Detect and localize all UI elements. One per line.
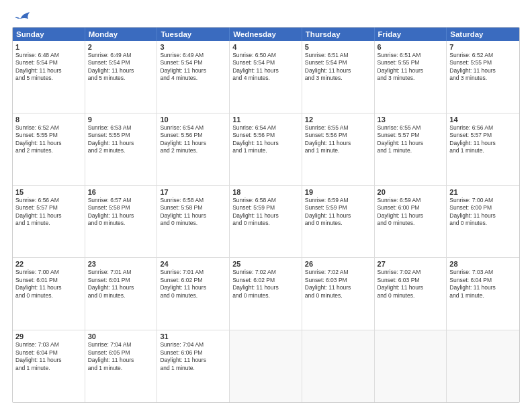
day-number: 8 bbox=[15, 116, 82, 124]
day-cell-26: 26Sunrise: 7:02 AMSunset: 6:03 PMDayligh… bbox=[302, 258, 375, 330]
day-info: Sunrise: 7:01 AMSunset: 6:02 PMDaylight:… bbox=[160, 269, 226, 300]
day-info: Sunrise: 7:02 AMSunset: 6:02 PMDaylight:… bbox=[232, 269, 299, 300]
day-number: 21 bbox=[449, 188, 517, 196]
day-info: Sunrise: 6:56 AMSunset: 5:57 PMDaylight:… bbox=[15, 197, 82, 228]
day-info: Sunrise: 7:03 AMSunset: 6:04 PMDaylight:… bbox=[449, 269, 517, 300]
day-info: Sunrise: 6:48 AMSunset: 5:54 PMDaylight:… bbox=[15, 52, 82, 83]
day-number: 10 bbox=[160, 116, 226, 124]
day-info: Sunrise: 6:49 AMSunset: 5:54 PMDaylight:… bbox=[160, 52, 226, 83]
calendar-row-2: 8Sunrise: 6:52 AMSunset: 5:55 PMDaylight… bbox=[13, 113, 519, 185]
day-number: 29 bbox=[15, 332, 82, 340]
day-cell-19: 19Sunrise: 6:59 AMSunset: 5:59 PMDayligh… bbox=[302, 186, 375, 258]
day-number: 20 bbox=[378, 188, 444, 196]
day-cell-15: 15Sunrise: 6:56 AMSunset: 5:57 PMDayligh… bbox=[13, 186, 85, 258]
day-info: Sunrise: 6:55 AMSunset: 5:57 PMDaylight:… bbox=[378, 124, 444, 155]
day-info: Sunrise: 7:01 AMSunset: 6:01 PMDaylight:… bbox=[88, 269, 154, 300]
day-number: 9 bbox=[88, 116, 154, 124]
day-info: Sunrise: 7:00 AMSunset: 6:00 PMDaylight:… bbox=[449, 197, 517, 228]
day-cell-22: 22Sunrise: 7:00 AMSunset: 6:01 PMDayligh… bbox=[13, 258, 85, 330]
day-cell-17: 17Sunrise: 6:58 AMSunset: 5:58 PMDayligh… bbox=[157, 186, 230, 258]
day-cell-5: 5Sunrise: 6:51 AMSunset: 5:54 PMDaylight… bbox=[302, 41, 375, 113]
logo-bird-icon bbox=[15, 12, 30, 24]
weekday-tuesday: Tuesday bbox=[157, 28, 230, 41]
day-cell-25: 25Sunrise: 7:02 AMSunset: 6:02 PMDayligh… bbox=[230, 258, 302, 330]
day-cell-18: 18Sunrise: 6:58 AMSunset: 5:59 PMDayligh… bbox=[230, 186, 302, 258]
day-cell-21: 21Sunrise: 7:00 AMSunset: 6:00 PMDayligh… bbox=[447, 186, 519, 258]
day-number: 18 bbox=[232, 188, 299, 196]
day-number: 3 bbox=[160, 43, 226, 51]
day-cell-24: 24Sunrise: 7:01 AMSunset: 6:02 PMDayligh… bbox=[157, 258, 230, 330]
day-cell-13: 13Sunrise: 6:55 AMSunset: 5:57 PMDayligh… bbox=[375, 113, 447, 185]
day-info: Sunrise: 6:59 AMSunset: 6:00 PMDaylight:… bbox=[378, 197, 444, 228]
day-number: 27 bbox=[378, 260, 444, 268]
weekday-saturday: Saturday bbox=[447, 28, 519, 41]
day-cell-3: 3Sunrise: 6:49 AMSunset: 5:54 PMDaylight… bbox=[157, 41, 230, 113]
day-number: 16 bbox=[88, 188, 154, 196]
day-number: 30 bbox=[88, 332, 154, 340]
day-number: 23 bbox=[88, 260, 154, 268]
day-cell-8: 8Sunrise: 6:52 AMSunset: 5:55 PMDaylight… bbox=[13, 113, 85, 185]
calendar-header: SundayMondayTuesdayWednesdayThursdayFrid… bbox=[13, 28, 519, 41]
day-number: 19 bbox=[305, 188, 371, 196]
calendar-row-4: 22Sunrise: 7:00 AMSunset: 6:01 PMDayligh… bbox=[13, 257, 519, 330]
day-cell-23: 23Sunrise: 7:01 AMSunset: 6:01 PMDayligh… bbox=[85, 258, 158, 330]
day-cell-11: 11Sunrise: 6:54 AMSunset: 5:56 PMDayligh… bbox=[230, 113, 302, 185]
day-cell-9: 9Sunrise: 6:53 AMSunset: 5:55 PMDaylight… bbox=[85, 113, 158, 185]
day-info: Sunrise: 7:02 AMSunset: 6:03 PMDaylight:… bbox=[378, 269, 444, 300]
calendar-page: SundayMondayTuesdayWednesdayThursdayFrid… bbox=[0, 0, 532, 411]
day-info: Sunrise: 7:04 AMSunset: 6:05 PMDaylight:… bbox=[88, 341, 154, 372]
day-cell-7: 7Sunrise: 6:52 AMSunset: 5:55 PMDaylight… bbox=[447, 41, 519, 113]
day-cell-16: 16Sunrise: 6:57 AMSunset: 5:58 PMDayligh… bbox=[85, 186, 158, 258]
day-info: Sunrise: 6:52 AMSunset: 5:55 PMDaylight:… bbox=[15, 124, 82, 155]
day-cell-30: 30Sunrise: 7:04 AMSunset: 6:05 PMDayligh… bbox=[85, 330, 158, 402]
day-cell-6: 6Sunrise: 6:51 AMSunset: 5:55 PMDaylight… bbox=[375, 41, 447, 113]
weekday-friday: Friday bbox=[375, 28, 447, 41]
day-number: 13 bbox=[378, 116, 444, 124]
day-cell-31: 31Sunrise: 7:04 AMSunset: 6:06 PMDayligh… bbox=[157, 330, 230, 402]
header bbox=[12, 12, 520, 21]
day-number: 1 bbox=[15, 43, 82, 51]
day-number: 25 bbox=[232, 260, 299, 268]
calendar-row-1: 1Sunrise: 6:48 AMSunset: 5:54 PMDaylight… bbox=[13, 41, 519, 113]
empty-cell bbox=[447, 330, 519, 402]
day-number: 24 bbox=[160, 260, 226, 268]
day-cell-10: 10Sunrise: 6:54 AMSunset: 5:56 PMDayligh… bbox=[157, 113, 230, 185]
calendar-row-5: 29Sunrise: 7:03 AMSunset: 6:04 PMDayligh… bbox=[13, 330, 519, 402]
weekday-monday: Monday bbox=[85, 28, 158, 41]
weekday-sunday: Sunday bbox=[13, 28, 85, 41]
day-info: Sunrise: 6:55 AMSunset: 5:56 PMDaylight:… bbox=[305, 124, 371, 155]
day-info: Sunrise: 6:51 AMSunset: 5:54 PMDaylight:… bbox=[305, 52, 371, 83]
calendar-row-3: 15Sunrise: 6:56 AMSunset: 5:57 PMDayligh… bbox=[13, 185, 519, 258]
day-cell-1: 1Sunrise: 6:48 AMSunset: 5:54 PMDaylight… bbox=[13, 41, 85, 113]
empty-cell bbox=[230, 330, 302, 402]
day-info: Sunrise: 6:58 AMSunset: 5:59 PMDaylight:… bbox=[232, 197, 299, 228]
empty-cell bbox=[375, 330, 447, 402]
day-cell-4: 4Sunrise: 6:50 AMSunset: 5:54 PMDaylight… bbox=[230, 41, 302, 113]
day-number: 22 bbox=[15, 260, 82, 268]
day-info: Sunrise: 6:59 AMSunset: 5:59 PMDaylight:… bbox=[305, 197, 371, 228]
day-number: 12 bbox=[305, 116, 371, 124]
day-number: 5 bbox=[305, 43, 371, 51]
day-cell-27: 27Sunrise: 7:02 AMSunset: 6:03 PMDayligh… bbox=[375, 258, 447, 330]
day-info: Sunrise: 6:54 AMSunset: 5:56 PMDaylight:… bbox=[232, 124, 299, 155]
calendar-body: 1Sunrise: 6:48 AMSunset: 5:54 PMDaylight… bbox=[13, 41, 519, 402]
day-info: Sunrise: 7:00 AMSunset: 6:01 PMDaylight:… bbox=[15, 269, 82, 300]
day-cell-2: 2Sunrise: 6:49 AMSunset: 5:54 PMDaylight… bbox=[85, 41, 158, 113]
weekday-wednesday: Wednesday bbox=[230, 28, 302, 41]
day-info: Sunrise: 6:53 AMSunset: 5:55 PMDaylight:… bbox=[88, 124, 154, 155]
day-info: Sunrise: 6:58 AMSunset: 5:58 PMDaylight:… bbox=[160, 197, 226, 228]
day-number: 26 bbox=[305, 260, 371, 268]
day-number: 31 bbox=[160, 332, 226, 340]
day-number: 15 bbox=[15, 188, 82, 196]
day-cell-14: 14Sunrise: 6:56 AMSunset: 5:57 PMDayligh… bbox=[447, 113, 519, 185]
day-info: Sunrise: 6:56 AMSunset: 5:57 PMDaylight:… bbox=[449, 124, 517, 155]
day-number: 11 bbox=[232, 116, 299, 124]
logo bbox=[12, 12, 30, 21]
day-number: 4 bbox=[232, 43, 299, 51]
day-number: 7 bbox=[449, 43, 517, 51]
day-number: 2 bbox=[88, 43, 154, 51]
calendar: SundayMondayTuesdayWednesdayThursdayFrid… bbox=[12, 27, 520, 403]
day-cell-12: 12Sunrise: 6:55 AMSunset: 5:56 PMDayligh… bbox=[302, 113, 375, 185]
day-info: Sunrise: 7:04 AMSunset: 6:06 PMDaylight:… bbox=[160, 341, 226, 372]
day-number: 6 bbox=[378, 43, 444, 51]
